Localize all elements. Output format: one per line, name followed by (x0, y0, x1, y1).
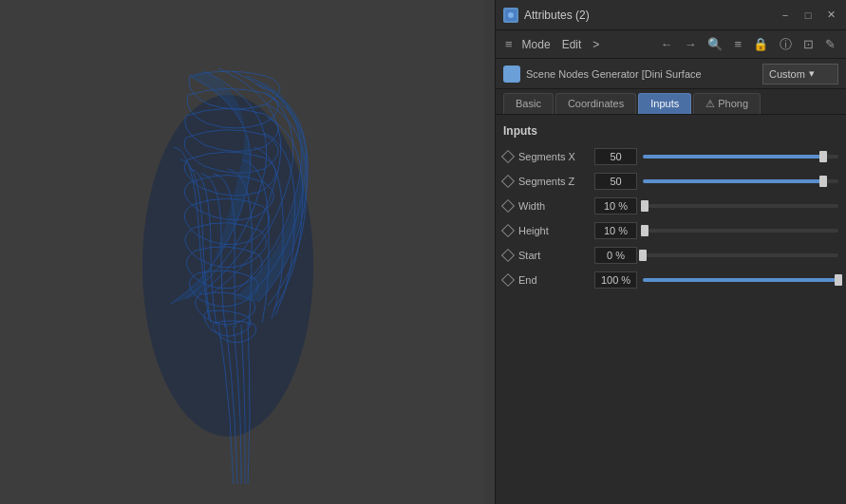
param-row-start: Start (503, 244, 838, 267)
param-diamond-segments_z (501, 175, 515, 188)
tab-coordinates[interactable]: Coordinates (555, 93, 636, 114)
param-diamond-end (501, 273, 515, 287)
param-slider-width[interactable] (643, 204, 838, 208)
section-title: Inputs (503, 124, 838, 138)
tabs: BasicCoordinatesInputs⚠ Phong (496, 89, 846, 115)
hamburger-icon[interactable]: ≡ (503, 35, 515, 53)
back-button[interactable]: ← (657, 35, 675, 53)
preset-dropdown[interactable]: Custom ▾ (762, 64, 838, 84)
param-value-height[interactable] (594, 222, 637, 239)
lock-icon[interactable]: 🔒 (750, 35, 771, 53)
param-name-height: Height (518, 225, 594, 236)
toolbar-menu: Mode Edit > (522, 38, 600, 51)
node-name: Scene Nodes Generator [Dini Surface (526, 68, 757, 80)
preset-label: Custom (769, 68, 805, 80)
param-value-width[interactable] (594, 197, 637, 215)
param-row-segments_x: Segments X (503, 145, 838, 168)
param-value-segments_x[interactable] (594, 148, 637, 165)
param-diamond-segments_x (501, 150, 515, 163)
edit-menu[interactable]: Edit (562, 38, 582, 51)
close-button[interactable]: ✕ (823, 8, 838, 23)
search-icon[interactable]: 🔍 (705, 35, 725, 53)
toolbar: ≡ Mode Edit > ← → 🔍 ≡ 🔒 ⓘ ⊡ ✎ (496, 30, 846, 59)
viewport (0, 0, 484, 504)
tab-basic[interactable]: Basic (503, 93, 554, 114)
node-icon (503, 65, 520, 83)
param-row-height: Height (503, 219, 838, 242)
params-list: Segments X Segments Z Width Height S (503, 145, 838, 291)
window-icon (503, 8, 518, 23)
maximize-button[interactable]: □ (800, 8, 816, 23)
param-slider-segments_x[interactable] (643, 155, 838, 159)
param-row-end: End (503, 269, 838, 291)
title-bar: Attributes (2) − □ ✕ (496, 0, 846, 30)
param-name-segments_x: Segments X (518, 151, 594, 162)
param-value-start[interactable] (594, 247, 637, 264)
content-area: Inputs Segments X Segments Z Width Heigh… (496, 115, 846, 504)
toolbar-actions: ← → 🔍 ≡ 🔒 ⓘ ⊡ ✎ (657, 34, 838, 55)
param-diamond-height (501, 224, 515, 237)
svg-point-1 (142, 95, 313, 437)
param-name-end: End (518, 274, 594, 286)
external-icon[interactable]: ⊡ (800, 35, 817, 53)
tab-phong[interactable]: ⚠ Phong (693, 93, 761, 114)
info-icon[interactable]: ⓘ (777, 34, 795, 55)
param-row-width: Width (503, 195, 838, 217)
param-name-segments_z: Segments Z (518, 176, 594, 187)
param-slider-end[interactable] (643, 278, 838, 282)
param-value-end[interactable] (594, 271, 637, 289)
edit-icon[interactable]: ✎ (822, 35, 838, 53)
svg-point-3 (508, 12, 514, 18)
node-bar: Scene Nodes Generator [Dini Surface Cust… (496, 59, 846, 89)
param-diamond-start (501, 249, 515, 262)
panel-title: Attributes (2) (524, 9, 590, 22)
param-value-segments_z[interactable] (594, 173, 637, 190)
param-slider-segments_z[interactable] (643, 179, 838, 183)
param-slider-height[interactable] (643, 229, 838, 233)
minimize-button[interactable]: − (778, 8, 793, 23)
forward-button[interactable]: → (681, 35, 699, 53)
window-controls: − □ ✕ (778, 8, 838, 23)
dropdown-arrow: ▾ (809, 67, 815, 80)
param-name-start: Start (518, 250, 594, 261)
mode-menu[interactable]: Mode (522, 38, 551, 51)
param-name-width: Width (518, 200, 594, 212)
param-diamond-width (501, 199, 515, 213)
tab-inputs[interactable]: Inputs (638, 93, 691, 114)
list-icon[interactable]: ≡ (731, 35, 744, 53)
param-slider-start[interactable] (643, 253, 838, 257)
attributes-panel: Attributes (2) − □ ✕ ≡ Mode Edit > ← → 🔍… (495, 0, 846, 504)
param-row-segments_z: Segments Z (503, 170, 838, 193)
more-menu[interactable]: > (592, 38, 599, 51)
